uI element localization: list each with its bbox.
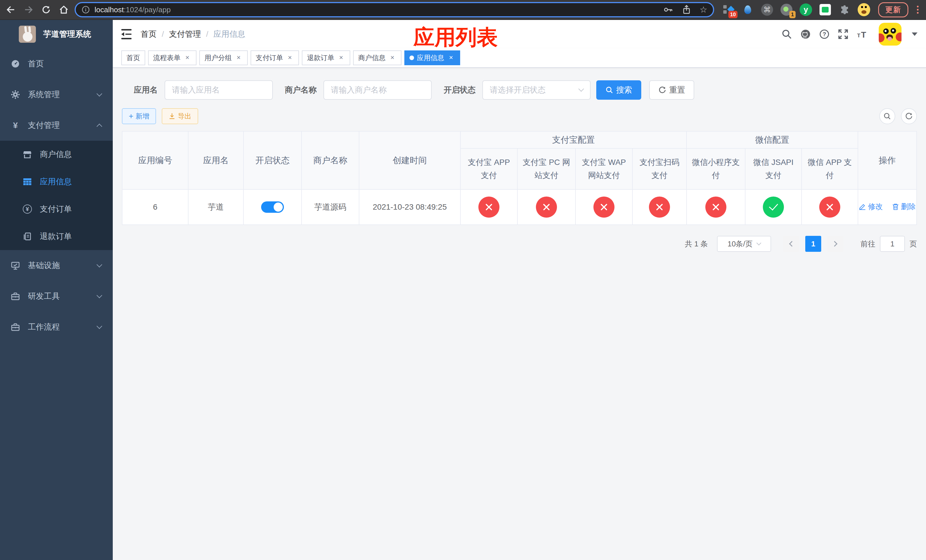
font-size-icon[interactable]: TT (856, 29, 867, 39)
sidebar-item-app[interactable]: 应用信息 (0, 168, 113, 195)
tag-process-form[interactable]: 流程表单× (148, 50, 197, 65)
page-size-select[interactable]: 10条/页 (717, 236, 771, 252)
data-table: 应用编号 应用名 开启状态 商户名称 创建时间 支付宝配置 微信配置 操作 支付… (122, 131, 917, 225)
edit-link[interactable]: 修改 (859, 202, 883, 212)
profile-avatar-icon[interactable] (858, 3, 870, 16)
yen-circle-icon: ¥ (22, 204, 33, 213)
browser-update-button[interactable]: 更新 (878, 2, 908, 17)
close-icon[interactable]: × (183, 54, 191, 62)
status-enabled-icon (763, 197, 784, 218)
extension-balloon-icon[interactable] (741, 3, 754, 16)
svg-text:T: T (857, 32, 861, 38)
extensions-puzzle-icon[interactable] (838, 3, 851, 16)
address-bar[interactable]: localhost:1024/pay/app ☆ (75, 2, 714, 17)
breadcrumb-current: 应用信息 (213, 29, 245, 39)
forward-icon[interactable] (23, 5, 33, 15)
next-page-button[interactable] (828, 236, 843, 252)
tag-refund-order[interactable]: 退款订单× (302, 50, 350, 65)
site-info-icon[interactable] (82, 5, 90, 14)
share-icon[interactable] (681, 5, 691, 15)
close-icon[interactable]: × (235, 54, 243, 62)
sidebar-item-refund-order[interactable]: 退款订单 (0, 223, 113, 250)
help-icon[interactable]: ? (819, 29, 830, 39)
github-icon[interactable] (800, 29, 811, 39)
url-text: localhost:1024/pay/app (95, 5, 171, 14)
status-select[interactable] (483, 80, 590, 100)
sidebar-item-pay-order[interactable]: ¥ 支付订单 (0, 195, 113, 223)
back-icon[interactable] (6, 5, 16, 15)
app-name-input[interactable] (165, 80, 273, 100)
extension-command-icon[interactable]: ⌘ (761, 3, 773, 16)
monitor-icon (10, 261, 21, 270)
extension-recorder-icon[interactable]: 1 (780, 3, 793, 16)
sidebar-item-home[interactable]: 首页 (0, 48, 113, 79)
col-create-time: 创建时间 (359, 131, 460, 189)
search-button[interactable]: 搜索 (596, 80, 641, 100)
bookmark-star-icon[interactable]: ☆ (700, 5, 707, 14)
goto-page-input[interactable]: 1 (880, 236, 905, 252)
extension-y-icon[interactable]: y (800, 3, 812, 16)
sidebar-item-infra[interactable]: 基础设施 (0, 250, 113, 281)
reload-icon[interactable] (41, 5, 51, 15)
sidebar-item-devtools[interactable]: 研发工具 (0, 281, 113, 312)
tag-home[interactable]: 首页 (121, 50, 145, 65)
chevron-down-icon (97, 262, 102, 268)
app-title: 芋道管理系统 (43, 29, 91, 39)
col-wechat-app: 微信 APP 支付 (802, 148, 858, 189)
show-search-button[interactable] (879, 108, 895, 124)
sidebar-item-system[interactable]: 系统管理 (0, 79, 113, 110)
svg-text:T: T (861, 30, 866, 39)
extension-chat-icon[interactable] (819, 3, 831, 16)
cell-open-status (244, 189, 301, 225)
close-icon[interactable]: × (447, 54, 455, 62)
caret-down-icon[interactable] (912, 32, 917, 36)
cell-app-name: 芋道 (188, 189, 244, 225)
refresh-button[interactable] (901, 108, 917, 124)
fullscreen-icon[interactable] (838, 29, 849, 39)
breadcrumb-home[interactable]: 首页 (141, 29, 157, 39)
col-group-wechat: 微信配置 (687, 131, 858, 148)
sidebar-logo[interactable]: 芋道管理系统 (0, 20, 113, 48)
merchant-name-label: 商户名称 (285, 85, 317, 95)
close-icon[interactable]: × (337, 54, 345, 62)
sidebar-item-payment[interactable]: ¥ 支付管理 (0, 110, 113, 141)
close-icon[interactable]: × (388, 54, 396, 62)
col-alipay-qr: 支付宝扫码支付 (632, 148, 687, 189)
chevron-down-icon (97, 91, 102, 97)
browser-menu-icon[interactable] (915, 6, 920, 14)
password-key-icon[interactable] (663, 5, 673, 15)
tab-badge: 1 (789, 11, 796, 18)
tag-merchant[interactable]: 商户信息× (353, 50, 401, 65)
cell-create-time: 2021-10-23 08:49:25 (359, 189, 460, 225)
sidebar-collapse-icon[interactable] (121, 29, 132, 39)
user-avatar[interactable] (879, 23, 902, 45)
delete-link[interactable]: 删除 (892, 202, 916, 212)
breadcrumb-payment[interactable]: 支付管理 (169, 29, 201, 39)
status-disabled-icon (593, 197, 614, 218)
col-wechat-jsapi: 微信 JSAPI 支付 (745, 148, 802, 189)
home-icon[interactable] (59, 5, 69, 15)
add-button[interactable]: +新增 (122, 108, 156, 124)
table-toolbar: +新增 导出 (122, 108, 917, 124)
reset-button[interactable]: 重置 (649, 80, 694, 100)
tag-pay-order[interactable]: 支付订单× (251, 50, 299, 65)
search-icon[interactable] (781, 29, 792, 39)
status-toggle[interactable] (261, 201, 284, 213)
toolbox-icon (10, 292, 21, 301)
extension-icon[interactable]: 10 (722, 3, 735, 16)
col-alipay-app: 支付宝 APP 支付 (460, 148, 517, 189)
current-page[interactable]: 1 (805, 236, 821, 252)
document-icon (22, 232, 33, 241)
col-app-name: 应用名 (188, 131, 244, 189)
prev-page-button[interactable] (783, 236, 799, 252)
close-icon[interactable]: × (286, 54, 294, 62)
sidebar-item-merchant[interactable]: 商户信息 (0, 141, 113, 168)
tag-app-info[interactable]: 应用信息× (404, 50, 460, 65)
sidebar-item-workflow[interactable]: 工作流程 (0, 312, 113, 342)
toolbox-icon (10, 322, 21, 331)
col-app-id: 应用编号 (122, 131, 188, 189)
browser-chrome: localhost:1024/pay/app ☆ 10 ⌘ 1 y 更新 (0, 0, 926, 20)
export-button[interactable]: 导出 (162, 108, 198, 124)
tag-user-group[interactable]: 用户分组× (199, 50, 248, 65)
merchant-name-input[interactable] (324, 80, 432, 100)
